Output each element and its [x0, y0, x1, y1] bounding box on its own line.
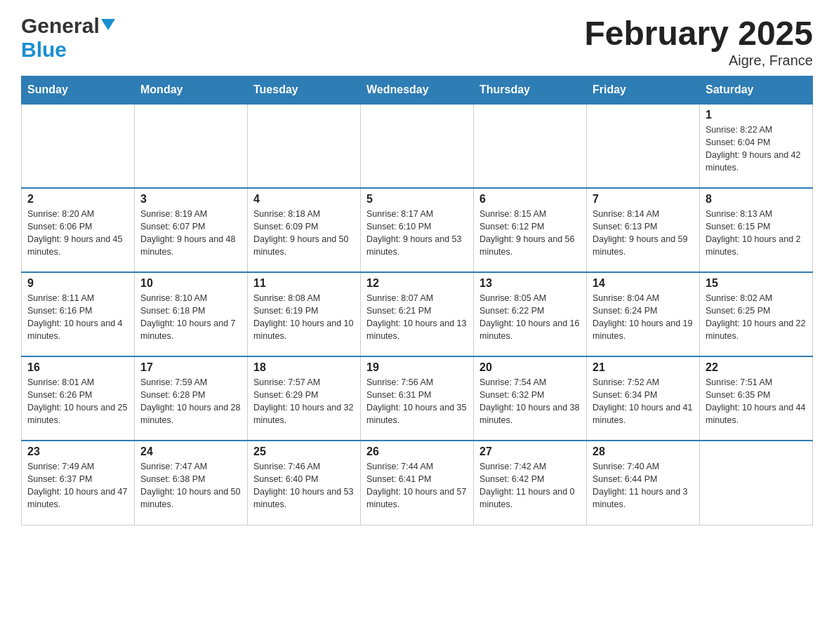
day-info: Sunrise: 8:02 AM Sunset: 6:25 PM Dayligh…	[706, 292, 807, 343]
day-info: Sunrise: 7:51 AM Sunset: 6:35 PM Dayligh…	[706, 376, 807, 427]
day-number: 27	[479, 445, 581, 458]
calendar-cell: 10Sunrise: 8:10 AM Sunset: 6:18 PM Dayli…	[135, 272, 248, 356]
calendar-cell: 3Sunrise: 8:19 AM Sunset: 6:07 PM Daylig…	[135, 188, 248, 272]
header-saturday: Saturday	[700, 76, 813, 105]
day-info: Sunrise: 8:18 AM Sunset: 6:09 PM Dayligh…	[253, 208, 355, 259]
calendar-cell	[361, 104, 474, 188]
calendar-cell: 24Sunrise: 7:47 AM Sunset: 6:38 PM Dayli…	[135, 441, 248, 525]
day-info: Sunrise: 7:59 AM Sunset: 6:28 PM Dayligh…	[140, 376, 241, 427]
calendar-cell: 12Sunrise: 8:07 AM Sunset: 6:21 PM Dayli…	[361, 272, 474, 356]
day-info: Sunrise: 8:07 AM Sunset: 6:21 PM Dayligh…	[366, 292, 468, 343]
header-monday: Monday	[135, 76, 248, 105]
calendar-cell: 15Sunrise: 8:02 AM Sunset: 6:25 PM Dayli…	[700, 272, 813, 356]
calendar-cell: 5Sunrise: 8:17 AM Sunset: 6:10 PM Daylig…	[361, 188, 474, 272]
header-thursday: Thursday	[474, 76, 587, 105]
day-info: Sunrise: 8:10 AM Sunset: 6:18 PM Dayligh…	[140, 292, 241, 343]
calendar-week-5: 23Sunrise: 7:49 AM Sunset: 6:37 PM Dayli…	[22, 441, 813, 525]
calendar-cell	[248, 104, 361, 188]
day-info: Sunrise: 8:19 AM Sunset: 6:07 PM Dayligh…	[140, 208, 241, 259]
day-info: Sunrise: 7:49 AM Sunset: 6:37 PM Dayligh…	[27, 460, 128, 511]
day-number: 5	[366, 193, 468, 206]
header-tuesday: Tuesday	[248, 76, 361, 105]
calendar-cell: 20Sunrise: 7:54 AM Sunset: 6:32 PM Dayli…	[474, 356, 587, 441]
day-number: 13	[479, 277, 581, 290]
day-number: 21	[593, 361, 694, 374]
calendar-cell	[135, 104, 248, 188]
day-number: 1	[706, 109, 807, 121]
svg-marker-0	[101, 19, 115, 30]
day-number: 19	[366, 361, 468, 374]
calendar-week-1: 1Sunrise: 8:22 AM Sunset: 6:04 PM Daylig…	[22, 104, 813, 188]
month-title: February 2025	[584, 14, 813, 53]
day-number: 23	[27, 445, 128, 458]
day-number: 22	[706, 361, 807, 374]
day-info: Sunrise: 8:14 AM Sunset: 6:13 PM Dayligh…	[593, 208, 694, 259]
day-number: 3	[140, 193, 241, 206]
calendar-cell: 21Sunrise: 7:52 AM Sunset: 6:34 PM Dayli…	[587, 356, 700, 441]
day-info: Sunrise: 8:20 AM Sunset: 6:06 PM Dayligh…	[27, 208, 128, 259]
day-info: Sunrise: 7:42 AM Sunset: 6:42 PM Dayligh…	[479, 460, 581, 511]
calendar-cell: 22Sunrise: 7:51 AM Sunset: 6:35 PM Dayli…	[700, 356, 813, 441]
calendar-cell: 6Sunrise: 8:15 AM Sunset: 6:12 PM Daylig…	[474, 188, 587, 272]
calendar-cell: 17Sunrise: 7:59 AM Sunset: 6:28 PM Dayli…	[135, 356, 248, 441]
calendar-cell: 26Sunrise: 7:44 AM Sunset: 6:41 PM Dayli…	[361, 441, 474, 525]
page-header: General Blue February 2025 Aigre, France	[21, 14, 813, 69]
logo-blue: Blue	[21, 38, 67, 61]
logo-general: General	[21, 14, 100, 38]
day-info: Sunrise: 8:08 AM Sunset: 6:19 PM Dayligh…	[253, 292, 355, 343]
calendar-cell: 1Sunrise: 8:22 AM Sunset: 6:04 PM Daylig…	[700, 104, 813, 188]
day-info: Sunrise: 8:17 AM Sunset: 6:10 PM Dayligh…	[366, 208, 468, 259]
calendar-cell: 7Sunrise: 8:14 AM Sunset: 6:13 PM Daylig…	[587, 188, 700, 272]
day-info: Sunrise: 7:56 AM Sunset: 6:31 PM Dayligh…	[366, 376, 468, 427]
day-number: 6	[479, 193, 581, 206]
logo: General Blue	[21, 14, 115, 62]
header-wednesday: Wednesday	[361, 76, 474, 105]
calendar-cell: 8Sunrise: 8:13 AM Sunset: 6:15 PM Daylig…	[700, 188, 813, 272]
day-info: Sunrise: 8:15 AM Sunset: 6:12 PM Dayligh…	[479, 208, 581, 259]
header-sunday: Sunday	[22, 76, 135, 105]
day-info: Sunrise: 8:04 AM Sunset: 6:24 PM Dayligh…	[593, 292, 694, 343]
calendar-cell: 18Sunrise: 7:57 AM Sunset: 6:29 PM Dayli…	[248, 356, 361, 441]
calendar-cell: 9Sunrise: 8:11 AM Sunset: 6:16 PM Daylig…	[22, 272, 135, 356]
calendar-cell: 25Sunrise: 7:46 AM Sunset: 6:40 PM Dayli…	[248, 441, 361, 525]
calendar-cell: 27Sunrise: 7:42 AM Sunset: 6:42 PM Dayli…	[474, 441, 587, 525]
logo-triangle-icon	[101, 18, 115, 32]
calendar-cell: 11Sunrise: 8:08 AM Sunset: 6:19 PM Dayli…	[248, 272, 361, 356]
calendar-cell	[587, 104, 700, 188]
day-info: Sunrise: 8:01 AM Sunset: 6:26 PM Dayligh…	[27, 376, 128, 427]
day-info: Sunrise: 8:05 AM Sunset: 6:22 PM Dayligh…	[479, 292, 581, 343]
day-number: 28	[593, 445, 694, 458]
calendar-cell	[22, 104, 135, 188]
day-number: 24	[140, 445, 241, 458]
day-number: 12	[366, 277, 468, 290]
calendar-week-4: 16Sunrise: 8:01 AM Sunset: 6:26 PM Dayli…	[22, 356, 813, 441]
calendar-week-3: 9Sunrise: 8:11 AM Sunset: 6:16 PM Daylig…	[22, 272, 813, 356]
title-block: February 2025 Aigre, France	[584, 14, 813, 69]
day-info: Sunrise: 7:57 AM Sunset: 6:29 PM Dayligh…	[253, 376, 355, 427]
calendar-cell	[700, 441, 813, 525]
day-number: 2	[27, 193, 128, 206]
calendar-header-row: SundayMondayTuesdayWednesdayThursdayFrid…	[22, 76, 813, 105]
day-number: 18	[253, 361, 355, 374]
calendar-cell: 28Sunrise: 7:40 AM Sunset: 6:44 PM Dayli…	[587, 441, 700, 525]
location: Aigre, France	[584, 53, 813, 69]
day-info: Sunrise: 7:40 AM Sunset: 6:44 PM Dayligh…	[593, 460, 694, 511]
day-number: 9	[27, 277, 128, 290]
day-number: 11	[253, 277, 355, 290]
day-number: 7	[593, 193, 694, 206]
day-info: Sunrise: 7:54 AM Sunset: 6:32 PM Dayligh…	[479, 376, 581, 427]
day-number: 25	[253, 445, 355, 458]
day-info: Sunrise: 8:13 AM Sunset: 6:15 PM Dayligh…	[706, 208, 807, 259]
day-info: Sunrise: 8:22 AM Sunset: 6:04 PM Dayligh…	[706, 123, 807, 175]
day-number: 16	[27, 361, 128, 374]
calendar-cell: 14Sunrise: 8:04 AM Sunset: 6:24 PM Dayli…	[587, 272, 700, 356]
calendar-cell	[474, 104, 587, 188]
day-number: 26	[366, 445, 468, 458]
day-number: 17	[140, 361, 241, 374]
calendar-cell: 16Sunrise: 8:01 AM Sunset: 6:26 PM Dayli…	[22, 356, 135, 441]
day-info: Sunrise: 7:52 AM Sunset: 6:34 PM Dayligh…	[593, 376, 694, 427]
day-info: Sunrise: 7:46 AM Sunset: 6:40 PM Dayligh…	[253, 460, 355, 511]
calendar-cell: 23Sunrise: 7:49 AM Sunset: 6:37 PM Dayli…	[22, 441, 135, 525]
day-info: Sunrise: 7:47 AM Sunset: 6:38 PM Dayligh…	[140, 460, 241, 511]
calendar-cell: 4Sunrise: 8:18 AM Sunset: 6:09 PM Daylig…	[248, 188, 361, 272]
